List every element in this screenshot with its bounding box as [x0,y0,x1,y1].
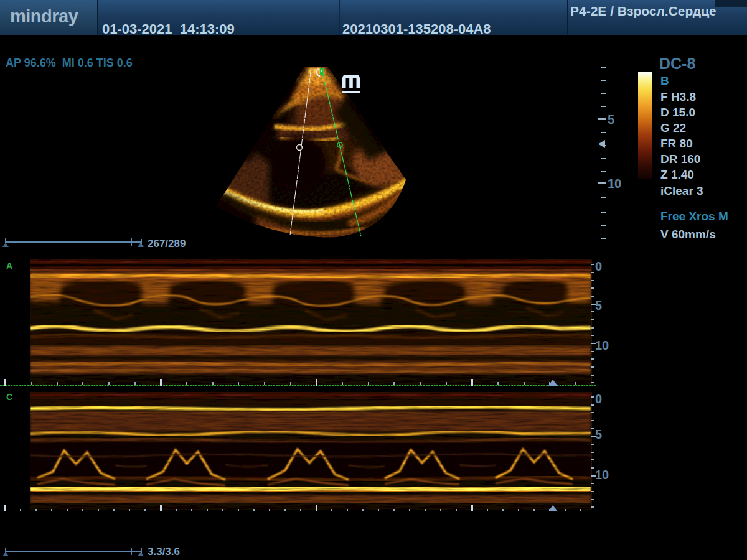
svg-text:5: 5 [608,113,614,126]
svg-text:5: 5 [595,299,602,312]
svg-text:A: A [6,261,12,271]
svg-text:10: 10 [595,338,609,352]
svg-text:10: 10 [608,177,621,190]
svg-text:C: C [6,392,12,402]
svg-text:0: 0 [595,392,602,406]
svg-text:0: 0 [595,259,602,273]
svg-text:10: 10 [595,468,609,482]
svg-text:5: 5 [595,427,602,441]
